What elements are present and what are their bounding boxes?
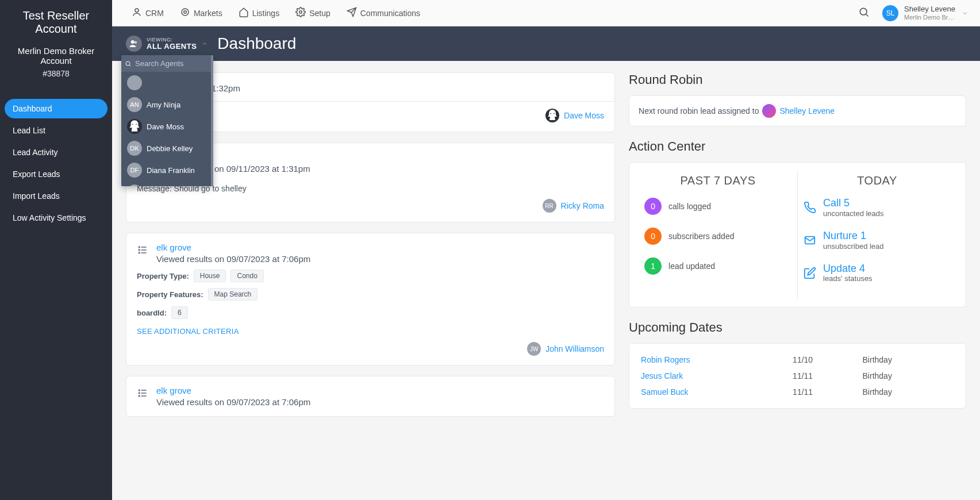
date-name[interactable]: Jesus Clark [639, 368, 790, 384]
upcoming-card: Robin Rogers11/10BirthdayJesus Clark11/1… [629, 343, 966, 409]
chevron-up-icon [201, 40, 208, 47]
activity-subtitle: Viewed results on 09/07/2023 at 7:06pm [156, 254, 604, 264]
agent-selector[interactable]: VIEWING: ALL AGENTS [126, 36, 208, 52]
action-center-title: Action Center [629, 139, 966, 154]
tag: Map Search [208, 288, 258, 301]
svg-point-0 [135, 9, 139, 12]
agent-option[interactable]: DKDebbie Kelley [121, 137, 213, 159]
ac-today-row[interactable]: Call 5uncontacted leads [804, 198, 951, 218]
lead-link[interactable]: elk grove [156, 386, 191, 395]
agent-option[interactable]: GAGeorge Aaronow [121, 181, 213, 186]
ac-link[interactable]: Call 5 [823, 198, 884, 209]
avatar: DK [127, 141, 142, 156]
topnav-markets[interactable]: Markets [172, 7, 230, 19]
avatar: GA [127, 184, 142, 186]
svg-point-28 [139, 393, 140, 394]
ac-link[interactable]: Nurture 1 [823, 230, 884, 242]
user-subtitle: Merlin Demo Bro... [904, 14, 956, 21]
sidebar-item-import-leads[interactable]: Import Leads [5, 186, 107, 206]
ac-past-heading: PAST 7 DAYS [644, 174, 791, 187]
activity-subtitle: Contacted you on 09/11/2023 at 1:31pm [156, 164, 604, 174]
ac-label: subscribers added [668, 232, 734, 241]
agent-name: Amy Ninja [147, 101, 180, 109]
date-name[interactable]: Samuel Buck [639, 384, 790, 400]
viewing-label: VIEWING: [147, 37, 197, 43]
agent-dropdown: ANAmy NinjaDave MossDKDebbie KelleyDFDia… [121, 55, 213, 186]
agent-name: Debbie Kelley [147, 144, 193, 153]
edit-icon [804, 267, 816, 279]
svg-point-22 [139, 249, 140, 251]
tag: House [194, 270, 226, 282]
person-icon [132, 7, 142, 19]
lead-link[interactable]: elk grove [156, 243, 191, 252]
date-row: Samuel Buck11/11Birthday [639, 384, 956, 400]
boardid-label: boardId: [137, 309, 167, 317]
topnav-listings[interactable]: Listings [230, 7, 287, 19]
agent-option[interactable]: DFDiana Franklin [121, 159, 213, 181]
agent-link[interactable]: Dave Moss [564, 111, 604, 120]
topnav-communications[interactable]: Communications [339, 7, 428, 19]
agent-link[interactable]: Ricky Roma [561, 201, 604, 210]
agent-avatar [545, 109, 559, 122]
agent-option[interactable]: ANAmy Ninja [121, 94, 213, 116]
ac-today-row[interactable]: Nurture 1unsubscribed lead [804, 230, 951, 251]
sidebar-item-lead-activity[interactable]: Lead Activity [5, 143, 107, 162]
svg-rect-16 [554, 113, 555, 114]
date-value: 11/11 [790, 384, 860, 400]
avatar [127, 75, 142, 90]
sidebar-item-lead-list[interactable]: Lead List [5, 121, 107, 140]
ac-sublabel: unsubscribed lead [823, 242, 884, 251]
user-menu[interactable]: SL Shelley Levene Merlin Demo Bro... [882, 5, 969, 21]
ac-sublabel: leads' statuses [823, 274, 873, 283]
count-badge: 0 [644, 228, 662, 245]
agent-avatar: RR [543, 199, 556, 213]
svg-rect-15 [550, 113, 551, 114]
search-icon [858, 6, 870, 18]
svg-point-10 [126, 61, 130, 66]
ac-label: lead updated [668, 261, 715, 271]
sidebar-header: Test Reseller Account Merlin Demo Broker… [0, 0, 112, 87]
sidebar-item-export-leads[interactable]: Export Leads [5, 164, 107, 184]
activity-subtitle: 09/11/2023 at 1:32pm [156, 83, 604, 93]
sidebar-item-low-activity-settings[interactable]: Low Activity Settings [5, 208, 107, 228]
date-row: Jesus Clark11/11Birthday [639, 368, 956, 384]
svg-point-2 [184, 11, 187, 14]
round-robin-title: Round Robin [629, 72, 966, 87]
topnav-crm[interactable]: CRM [124, 7, 172, 19]
page-header: VIEWING: ALL AGENTS Dashboard ANAmy Ninj… [112, 26, 980, 61]
date-value: 11/10 [790, 352, 860, 368]
see-criteria-link[interactable]: SEE ADDITIONAL CRITERIA [137, 327, 239, 336]
features-label: Property Features: [137, 290, 203, 299]
ac-past-row: 0subscribers added [644, 228, 791, 245]
topnav: CRMMarketsListingsSetupCommunications SL… [112, 0, 980, 26]
action-center-card: PAST 7 DAYS 0calls logged0subscribers ad… [629, 162, 966, 307]
tag: Condo [230, 270, 263, 282]
viewing-value: ALL AGENTS [147, 43, 197, 50]
rr-prefix: Next round robin lead assigned to [639, 106, 759, 116]
sidebar-item-dashboard[interactable]: Dashboard [5, 99, 107, 118]
svg-point-3 [299, 11, 302, 14]
rr-assignee-link[interactable]: Shelley Levene [779, 106, 835, 116]
broker-id: #38878 [6, 69, 106, 78]
send-icon [347, 7, 357, 19]
chevron-down-icon [962, 10, 969, 17]
agent-search-input[interactable] [121, 55, 213, 72]
ac-link[interactable]: Update 4 [823, 263, 873, 275]
date-name[interactable]: Robin Rogers [639, 352, 790, 368]
svg-point-1 [182, 9, 189, 16]
agent-avatar: JW [527, 342, 541, 356]
svg-point-9 [134, 41, 137, 44]
date-type: Birthday [860, 384, 956, 400]
reseller-title: Test Reseller Account [6, 9, 106, 36]
avatar: AN [127, 97, 142, 112]
mail-icon [804, 234, 816, 247]
agent-option[interactable]: Dave Moss [121, 116, 213, 137]
search-button[interactable] [854, 2, 874, 25]
agent-option[interactable] [121, 72, 213, 94]
target-icon [180, 7, 190, 19]
page-title: Dashboard [217, 34, 296, 53]
agent-link[interactable]: John Williamson [545, 344, 604, 353]
upcoming-title: Upcoming Dates [629, 320, 966, 335]
topnav-setup[interactable]: Setup [287, 7, 339, 19]
ac-today-row[interactable]: Update 4leads' statuses [804, 263, 951, 283]
